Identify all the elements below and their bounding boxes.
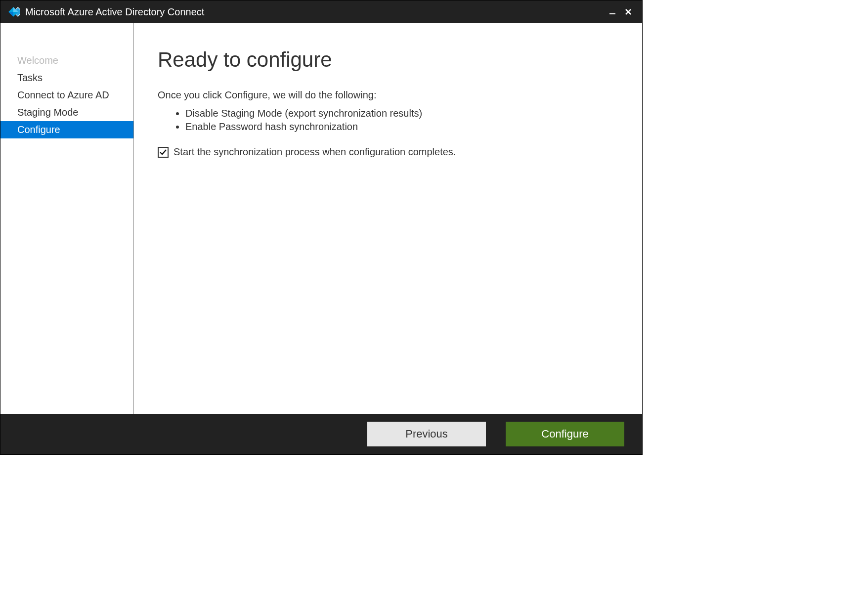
titlebar: Microsoft Azure Active Directory Connect bbox=[0, 0, 642, 23]
intro-text: Once you click Configure, we will do the… bbox=[158, 89, 618, 101]
previous-button[interactable]: Previous bbox=[367, 422, 486, 446]
window-title: Microsoft Azure Active Directory Connect bbox=[25, 6, 204, 18]
list-item: Disable Staging Mode (export synchroniza… bbox=[185, 108, 618, 119]
list-item: Enable Password hash synchronization bbox=[185, 121, 618, 132]
close-button[interactable] bbox=[620, 4, 636, 20]
main-panel: Ready to configure Once you click Config… bbox=[134, 23, 642, 414]
footer: Previous Configure bbox=[0, 414, 642, 454]
actions-list: Disable Staging Mode (export synchroniza… bbox=[158, 108, 618, 132]
start-sync-label: Start the synchronization process when c… bbox=[174, 146, 456, 158]
configure-button[interactable]: Configure bbox=[506, 422, 624, 446]
svg-rect-2 bbox=[609, 13, 615, 14]
sidebar-item-welcome[interactable]: Welcome bbox=[0, 52, 133, 69]
sidebar-item-staging-mode[interactable]: Staging Mode bbox=[0, 104, 133, 121]
page-heading: Ready to configure bbox=[158, 48, 618, 72]
sidebar: Welcome Tasks Connect to Azure AD Stagin… bbox=[0, 23, 134, 414]
azure-logo-icon bbox=[6, 5, 20, 19]
sidebar-item-tasks[interactable]: Tasks bbox=[0, 69, 133, 87]
minimize-button[interactable] bbox=[605, 4, 620, 20]
sidebar-item-configure[interactable]: Configure bbox=[0, 121, 133, 138]
start-sync-checkbox[interactable] bbox=[158, 147, 169, 158]
sidebar-item-connect-azure-ad[interactable]: Connect to Azure AD bbox=[0, 87, 133, 104]
